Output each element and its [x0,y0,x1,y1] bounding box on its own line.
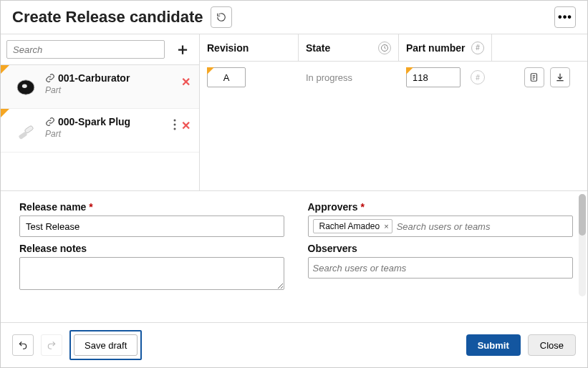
release-name-input[interactable] [19,216,284,237]
part-number-help-icon[interactable]: # [471,42,484,54]
notes-icon [529,72,539,82]
release-name-label: Release name * [19,201,286,213]
part-name: 001-Carburator [58,72,130,84]
undo-button[interactable] [12,334,34,356]
svg-point-6 [174,124,176,126]
approvers-input[interactable]: Rachel Amadeo × [308,216,573,237]
link-icon [45,117,55,127]
part-item[interactable]: 001-Carburator Part ✕ [1,65,199,109]
remove-part-button[interactable]: ✕ [181,119,191,132]
undo-icon [18,340,28,350]
download-icon [555,72,565,82]
part-thumbnail [12,117,39,145]
part-item[interactable]: 000-Spark Plug Part ✕ [1,109,199,152]
part-name: 000-Spark Plug [58,116,130,127]
grid-row: In progress # [200,62,587,93]
svg-point-7 [174,128,176,130]
modified-indicator-icon [1,65,9,74]
dialog-title: Create Release candidate [12,8,203,26]
release-candidate-dialog: Create Release candidate ••• ＋ [0,0,588,368]
approver-tag: Rachel Amadeo × [313,219,392,233]
generate-pn-button[interactable]: # [471,70,485,84]
refresh-icon [216,12,226,22]
release-notes-input[interactable] [19,257,284,290]
refresh-button[interactable] [211,6,232,28]
part-number-input[interactable] [406,67,461,87]
release-form: Release name * Release notes Approvers *… [1,191,587,299]
svg-point-5 [174,120,176,122]
redo-button [41,334,62,356]
dialog-footer: Save draft Submit Close [1,322,587,367]
form-scrollbar[interactable] [579,194,586,296]
more-icon: ••• [558,11,572,24]
add-part-button[interactable]: ＋ [172,39,193,60]
part-type: Part [45,129,167,139]
close-button[interactable]: Close [528,334,576,356]
approvers-label: Approvers * [308,201,575,213]
col-part-number: Part number [406,42,465,54]
approvers-search[interactable] [397,220,568,233]
redo-icon [47,340,57,350]
row-download-button[interactable] [550,67,570,87]
scrollbar-thumb[interactable] [579,194,586,236]
vertical-dots-icon [173,119,177,130]
state-help-icon[interactable] [378,42,391,54]
state-text: In progress [306,72,352,83]
row-notes-button[interactable] [524,67,544,87]
parts-list: 001-Carburator Part ✕ [1,65,199,190]
remove-approver-button[interactable]: × [384,222,388,231]
part-thumbnail [12,74,39,101]
parts-search-input[interactable] [6,40,165,59]
observers-search[interactable] [313,261,568,275]
approver-tag-label: Rachel Amadeo [319,221,380,231]
svg-point-2 [22,84,27,88]
col-state: State [306,42,330,54]
save-draft-highlight: Save draft [69,330,142,360]
dialog-header: Create Release candidate ••• [1,1,587,34]
link-icon [45,73,55,83]
modified-indicator-icon [1,109,9,117]
save-draft-button[interactable]: Save draft [74,334,138,356]
part-type: Part [45,85,175,95]
col-revision: Revision [207,42,249,54]
release-notes-label: Release notes [19,243,286,254]
revision-input[interactable] [207,67,246,87]
part-revision-options-button[interactable] [173,119,177,132]
remove-part-button[interactable]: ✕ [181,75,191,89]
svg-rect-4 [24,125,34,134]
observers-label: Observers [308,243,575,254]
observers-input[interactable] [308,257,573,279]
parts-sidebar: ＋ 001-Car [1,34,200,190]
grid-header: Revision State Part number # [200,34,587,62]
more-menu-button[interactable]: ••• [554,6,576,28]
submit-button[interactable]: Submit [466,334,521,356]
